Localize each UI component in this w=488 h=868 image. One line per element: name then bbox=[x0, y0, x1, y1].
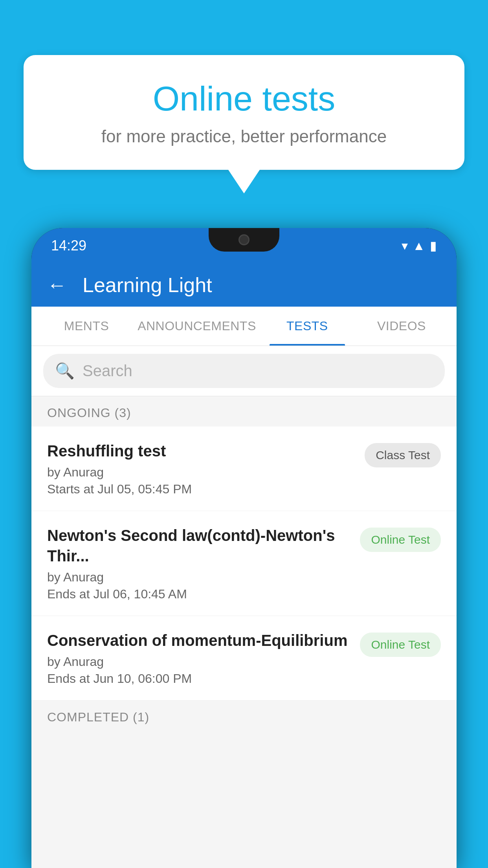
bubble-tail bbox=[228, 170, 260, 193]
test-badge-online-2: Online Test bbox=[360, 633, 441, 657]
app-header: ← Learning Light bbox=[31, 263, 457, 307]
status-bar: 14:29 ▾ ▲ ▮ bbox=[31, 228, 457, 263]
completed-section-header: COMPLETED (1) bbox=[31, 701, 457, 731]
ongoing-section-header: ONGOING (3) bbox=[31, 396, 457, 427]
test-info: Newton's Second law(contd)-Newton's Thir… bbox=[47, 525, 352, 601]
test-item[interactable]: Reshuffling test by Anurag Starts at Jul… bbox=[31, 427, 457, 511]
test-date: Ends at Jul 06, 10:45 AM bbox=[47, 587, 352, 601]
test-badge-online: Online Test bbox=[360, 528, 441, 552]
tab-tests[interactable]: TESTS bbox=[260, 307, 354, 346]
status-time: 14:29 bbox=[51, 237, 86, 254]
test-by: by Anurag bbox=[47, 465, 357, 480]
test-name: Conservation of momentum-Equilibrium bbox=[47, 630, 352, 651]
battery-icon: ▮ bbox=[430, 238, 437, 253]
test-item[interactable]: Conservation of momentum-Equilibrium by … bbox=[31, 616, 457, 701]
camera-dot bbox=[238, 234, 250, 245]
ongoing-label: ONGOING (3) bbox=[47, 406, 131, 420]
phone-screen: MENTS ANNOUNCEMENTS TESTS VIDEOS 🔍 Searc… bbox=[31, 307, 457, 868]
search-bar[interactable]: 🔍 Search bbox=[43, 354, 445, 388]
test-by: by Anurag bbox=[47, 570, 352, 585]
completed-label: COMPLETED (1) bbox=[47, 710, 149, 724]
tab-ments[interactable]: MENTS bbox=[39, 307, 134, 346]
tab-announcements[interactable]: ANNOUNCEMENTS bbox=[134, 307, 260, 346]
app-title: Learning Light bbox=[83, 273, 212, 297]
tests-list: Reshuffling test by Anurag Starts at Jul… bbox=[31, 427, 457, 701]
bubble-subtitle: for more practice, better performance bbox=[55, 127, 433, 146]
back-button[interactable]: ← bbox=[47, 274, 67, 296]
search-container: 🔍 Search bbox=[31, 346, 457, 396]
search-placeholder: Search bbox=[83, 362, 132, 380]
test-name: Newton's Second law(contd)-Newton's Thir… bbox=[47, 525, 352, 566]
test-info: Conservation of momentum-Equilibrium by … bbox=[47, 630, 352, 686]
test-by: by Anurag bbox=[47, 655, 352, 669]
test-name: Reshuffling test bbox=[47, 441, 357, 461]
test-item[interactable]: Newton's Second law(contd)-Newton's Thir… bbox=[31, 511, 457, 616]
wifi-icon: ▾ bbox=[402, 238, 408, 253]
tab-videos[interactable]: VIDEOS bbox=[354, 307, 449, 346]
test-date: Starts at Jul 05, 05:45 PM bbox=[47, 482, 357, 497]
promo-section: Online tests for more practice, better p… bbox=[24, 55, 464, 193]
phone-frame: 14:29 ▾ ▲ ▮ ← Learning Light MENTS ANNOU… bbox=[31, 228, 457, 868]
test-badge-class: Class Test bbox=[365, 443, 441, 467]
test-info: Reshuffling test by Anurag Starts at Jul… bbox=[47, 441, 357, 497]
search-icon: 🔍 bbox=[55, 362, 75, 380]
bubble-title: Online tests bbox=[55, 79, 433, 119]
phone-notch bbox=[209, 228, 279, 252]
test-date: Ends at Jun 10, 06:00 PM bbox=[47, 671, 352, 686]
speech-bubble: Online tests for more practice, better p… bbox=[24, 55, 464, 170]
tabs-bar: MENTS ANNOUNCEMENTS TESTS VIDEOS bbox=[31, 307, 457, 346]
status-icons: ▾ ▲ ▮ bbox=[402, 238, 437, 253]
signal-icon: ▲ bbox=[413, 239, 425, 253]
